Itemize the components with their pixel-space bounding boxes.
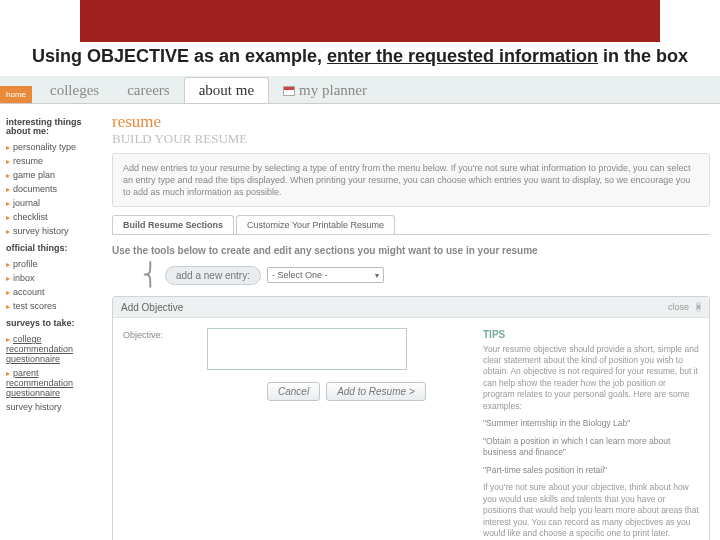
tools-instruction: Use the tools below to create and edit a…: [112, 245, 710, 256]
content-area: resume BUILD YOUR RESUME Add new entries…: [108, 104, 720, 540]
entry-type-select[interactable]: - Select One - ▾: [267, 267, 385, 283]
title-underlined: enter the requested information: [327, 46, 598, 66]
tab-home[interactable]: home: [0, 86, 32, 103]
slide-title: Using OBJECTIVE as an example, enter the…: [0, 42, 720, 70]
page-subtitle: BUILD YOUR RESUME: [112, 131, 710, 147]
arrow-icon: ▸: [6, 157, 10, 166]
sidebar-heading-official: official things:: [6, 244, 102, 254]
arrow-icon: ▸: [6, 143, 10, 152]
cancel-button[interactable]: Cancel: [267, 382, 320, 401]
panel-header: Add Objective close ×: [113, 297, 709, 318]
close-label[interactable]: close: [668, 302, 689, 312]
title-pre: Using OBJECTIVE as an example,: [32, 46, 327, 66]
sub-tabs: Build Resume Sections Customize Your Pri…: [112, 215, 710, 235]
add-objective-panel: Add Objective close × Objective: Cancel …: [112, 296, 710, 540]
sidebar-item[interactable]: ▸test scores: [6, 299, 102, 313]
sidebar-item[interactable]: ▸survey history: [6, 224, 102, 238]
sidebar-item[interactable]: ▸game plan: [6, 168, 102, 182]
tab-about-me[interactable]: about me: [184, 77, 269, 103]
chevron-down-icon: ▾: [375, 271, 379, 280]
arrow-icon: ▸: [6, 302, 10, 311]
panel-title: Add Objective: [121, 302, 183, 313]
tips-column: TIPS Your resume objective should provid…: [483, 328, 699, 540]
arrow-icon: ▸: [6, 369, 10, 378]
tab-my-planner-label: my planner: [299, 82, 367, 98]
arrow-icon: ▸: [6, 227, 10, 236]
sidebar-heading-interesting: interesting things about me:: [6, 118, 102, 138]
tips-paragraph: Your resume objective should provide a s…: [483, 344, 699, 413]
sidebar-item[interactable]: ▸account: [6, 285, 102, 299]
brace-icon: ⎨: [142, 262, 159, 288]
close-icon[interactable]: ×: [696, 302, 701, 312]
select-value: - Select One -: [272, 270, 328, 280]
add-to-resume-button[interactable]: Add to Resume >: [326, 382, 426, 401]
sidebar-item[interactable]: ▸profile: [6, 257, 102, 271]
sidebar: interesting things about me: ▸personalit…: [0, 104, 108, 540]
sidebar-item[interactable]: ▸personality type: [6, 140, 102, 154]
tab-colleges[interactable]: colleges: [36, 78, 113, 103]
tips-example: "Part-time sales position in retail": [483, 465, 699, 476]
arrow-icon: ▸: [6, 213, 10, 222]
sidebar-item[interactable]: ▸documents: [6, 182, 102, 196]
add-entry-label: add a new entry:: [165, 266, 261, 285]
arrow-icon: ▸: [6, 335, 10, 344]
sidebar-item[interactable]: ▸resume: [6, 154, 102, 168]
sidebar-item[interactable]: ▸journal: [6, 196, 102, 210]
page-title: resume: [112, 112, 710, 132]
main-tabs: home colleges careers about me my planne…: [0, 76, 720, 104]
add-entry-row: ⎨ add a new entry: - Select One - ▾: [142, 262, 710, 288]
sidebar-item[interactable]: ▸inbox: [6, 271, 102, 285]
arrow-icon: ▸: [6, 185, 10, 194]
arrow-icon: ▸: [6, 288, 10, 297]
arrow-icon: ▸: [6, 199, 10, 208]
arrow-icon: ▸: [6, 171, 10, 180]
intro-text: Add new entries to your resume by select…: [112, 153, 710, 207]
arrow-icon: ▸: [6, 274, 10, 283]
tips-title: TIPS: [483, 328, 699, 342]
objective-field-label: Objective:: [123, 328, 193, 540]
sidebar-item[interactable]: ▸college recommendation questionnaire: [6, 332, 102, 366]
sidebar-item[interactable]: ▸parent recommendation questionnaire: [6, 366, 102, 400]
tips-example: "Summer internship in the Biology Lab": [483, 418, 699, 429]
sidebar-heading-surveys: surveys to take:: [6, 319, 102, 329]
calendar-icon: [283, 86, 295, 96]
title-post: in the box: [598, 46, 688, 66]
red-banner: [80, 0, 660, 42]
tab-careers[interactable]: careers: [113, 78, 183, 103]
sidebar-item[interactable]: ▸checklist: [6, 210, 102, 224]
panel-close-group: close ×: [668, 301, 701, 313]
subtab-customize[interactable]: Customize Your Printable Resume: [236, 215, 395, 234]
tab-my-planner[interactable]: my planner: [269, 78, 381, 103]
tips-example: "Obtain a position in which I can learn …: [483, 436, 699, 459]
arrow-icon: ▸: [6, 260, 10, 269]
objective-textarea[interactable]: [207, 328, 407, 370]
subtab-build[interactable]: Build Resume Sections: [112, 215, 234, 234]
tips-paragraph: If you're not sure about your objective,…: [483, 482, 699, 539]
sidebar-item[interactable]: survey history: [6, 400, 102, 414]
